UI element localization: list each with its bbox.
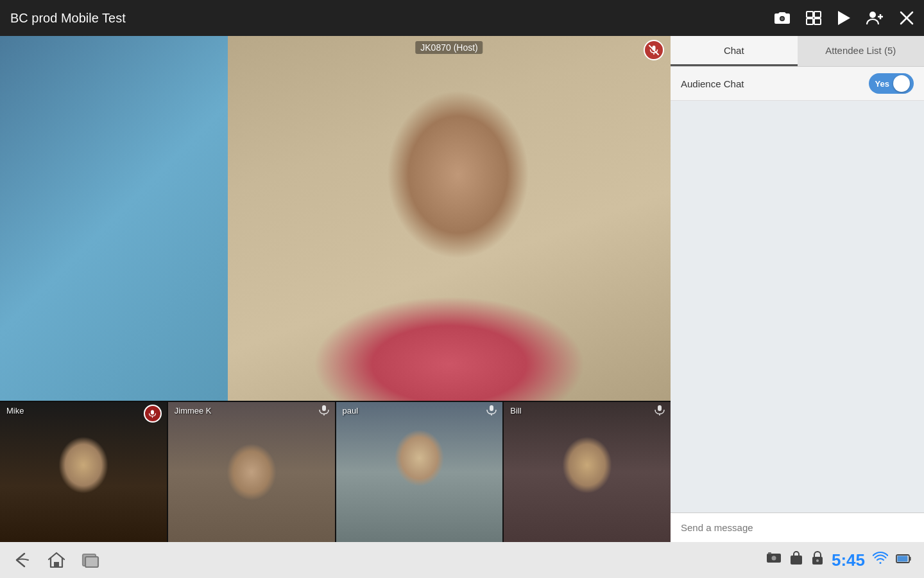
video-bottom-row: Mike Jimmee K (0, 401, 671, 542)
svg-rect-5 (814, 19, 821, 24)
svg-rect-32 (909, 557, 911, 561)
thumb-label-bill: Bill (510, 406, 521, 416)
svg-rect-4 (807, 19, 813, 24)
svg-point-1 (781, 17, 784, 21)
multitask-icon[interactable] (81, 551, 100, 569)
thumbnail-bill: Bill (504, 402, 671, 542)
thumbnail-paul: paul (336, 402, 504, 542)
add-user-icon[interactable] (866, 10, 884, 26)
bottom-bar: 5:45 (0, 542, 924, 578)
tab-attendee-list[interactable]: Attendee List (5) (798, 36, 925, 66)
app-title: BC prod Mobile Test (10, 11, 774, 26)
thumbnail-jimmek: Jimmee K (168, 402, 336, 542)
home-icon[interactable] (47, 552, 65, 568)
close-icon[interactable] (900, 11, 914, 25)
video-area: JK0870 (Host) Mike (0, 36, 671, 542)
chat-tabs: Chat Attendee List (5) (671, 36, 924, 67)
svg-rect-26 (768, 552, 771, 554)
audience-chat-row: Audience Chat Yes (671, 67, 924, 101)
thumb-mic-bill[interactable] (654, 405, 665, 419)
play-icon[interactable] (837, 10, 851, 26)
toggle-yes-label: Yes (875, 79, 889, 89)
wifi-icon (873, 552, 888, 568)
svg-rect-18 (490, 405, 493, 411)
thumb-label-jimmek: Jimmee K (175, 406, 212, 416)
svg-rect-14 (151, 410, 154, 414)
svg-rect-16 (322, 405, 326, 411)
svg-marker-6 (838, 11, 850, 25)
thumbnail-mike: Mike (0, 402, 168, 542)
svg-rect-22 (54, 562, 59, 567)
main-video-mic-button[interactable] (644, 40, 664, 60)
svg-rect-24 (85, 557, 98, 567)
main-video: JK0870 (Host) (228, 36, 671, 401)
back-icon[interactable] (13, 552, 32, 568)
chat-input-area (671, 512, 924, 542)
thumb-mic-mike[interactable] (144, 405, 162, 423)
right-panel: Chat Attendee List (5) Audience Chat Yes (671, 36, 924, 542)
top-bar: BC prod Mobile Test (0, 0, 924, 36)
bottom-right-icons: 5:45 (766, 550, 911, 570)
lock-icon[interactable] (811, 550, 824, 570)
svg-point-27 (771, 556, 776, 561)
clock-display: 5:45 (832, 550, 865, 570)
thumb-video-content-paul (336, 402, 503, 542)
thumb-mic-jimmek[interactable] (318, 405, 330, 419)
thumb-label-paul: paul (343, 406, 359, 416)
svg-rect-28 (791, 556, 802, 565)
svg-rect-3 (814, 12, 821, 17)
left-panel (0, 36, 228, 401)
thumb-video-content-mike (0, 402, 167, 542)
screenshot-icon[interactable] (766, 552, 782, 568)
thumb-mic-paul[interactable] (486, 405, 497, 419)
bag-icon[interactable] (789, 550, 803, 570)
camera-icon[interactable] (774, 11, 791, 25)
audience-chat-toggle[interactable]: Yes (869, 73, 914, 94)
video-top-row: JK0870 (Host) (0, 36, 671, 401)
main-video-label: JK0870 (Host) (415, 41, 483, 54)
svg-point-30 (816, 559, 819, 562)
top-bar-icons (774, 10, 914, 26)
audience-chat-label: Audience Chat (681, 78, 744, 89)
svg-rect-33 (898, 556, 908, 562)
thumb-label-mike: Mike (6, 406, 24, 416)
thumb-video-content-jimmek (168, 402, 335, 542)
chat-messages (671, 101, 924, 512)
layout-icon[interactable] (806, 11, 821, 25)
tab-chat[interactable]: Chat (671, 36, 798, 66)
bottom-left-icons (13, 551, 100, 569)
chat-input[interactable] (671, 513, 924, 542)
toggle-circle (893, 75, 910, 92)
main-video-content (228, 36, 671, 401)
battery-icon (896, 552, 911, 568)
main-content: JK0870 (Host) Mike (0, 36, 924, 542)
thumb-video-content-bill (504, 402, 671, 542)
svg-rect-20 (658, 405, 662, 411)
svg-rect-2 (807, 12, 813, 17)
